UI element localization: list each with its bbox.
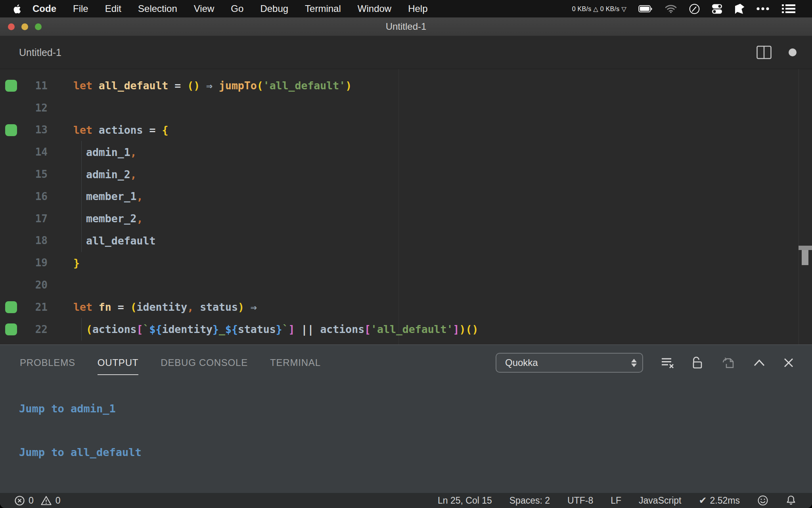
output-content[interactable]: Jump to admin_1Jump to all_default [0,380,812,493]
quokka-status[interactable]: ✔ 2.52ms [699,495,740,506]
menu-item-terminal[interactable]: Terminal [297,3,349,14]
network-speed-indicator[interactable]: 0 KB/s △ 0 KB/s ▽ [572,6,626,12]
menubar-items: CodeFileEditSelectionViewGoDebugTerminal… [24,3,436,14]
line-number: 13 [21,124,48,136]
warning-count[interactable]: 0 [56,495,61,506]
code-token: () [187,79,200,92]
badge-shape-icon[interactable] [734,4,745,14]
code-line-19[interactable]: 19} [0,252,812,274]
menu-item-view[interactable]: View [186,3,223,14]
status-utf-8[interactable]: UTF-8 [567,495,593,506]
menu-item-edit[interactable]: Edit [97,3,130,14]
code-token: , [130,168,137,181]
line-number: 17 [21,213,48,225]
code-line-22[interactable]: 22 (actions[`${identity}_${status}`] || … [0,318,812,341]
output-channel-select[interactable]: Quokka [496,353,643,373]
code-token: jumpTo [219,79,257,92]
indent-guide [81,318,82,341]
menu-item-file[interactable]: File [65,3,97,14]
code-token: [ [137,323,143,335]
panel-tab-problems[interactable]: PROBLEMS [20,357,75,368]
list-menu-icon[interactable] [782,4,795,13]
indent-guide [81,163,82,186]
error-count[interactable]: 0 [29,495,34,506]
code-line-16[interactable]: 16 member_1, [0,185,812,208]
line-number: 22 [21,323,48,335]
code-token: } [276,323,282,335]
editor-tabbar: Untitled-1 [0,36,812,69]
code-line-17[interactable]: 17 member_2, [0,208,812,230]
status-lf[interactable]: LF [611,495,621,506]
menu-item-debug[interactable]: Debug [252,3,297,14]
code-editor[interactable]: 11let all_default = () ⇒ jumpTo('all_def… [0,69,812,344]
menu-item-help[interactable]: Help [400,3,436,14]
battery-icon[interactable] [638,5,653,13]
unlock-icon[interactable] [692,356,703,369]
code-token: 'all_default' [371,323,453,335]
code-token: let [73,79,99,92]
code-token: ) [238,301,244,313]
line-number: 15 [21,168,48,180]
select-spinner-icon [631,359,637,367]
code-text: } [73,257,80,269]
panel-tab-terminal[interactable]: TERMINAL [270,357,321,368]
open-output-in-editor-icon[interactable] [722,356,735,369]
code-token: [ [364,323,371,335]
zoom-window-button[interactable] [35,23,42,30]
code-token: status [238,323,276,335]
code-token: let [73,124,99,136]
feedback-smiley-icon[interactable] [757,495,768,506]
code-token: ( [130,301,137,313]
menu-item-go[interactable]: Go [222,3,252,14]
warnings-icon[interactable] [40,495,52,506]
editor-tab-untitled-1[interactable]: Untitled-1 [19,47,61,58]
code-line-18[interactable]: 18 all_default [0,230,812,252]
code-line-21[interactable]: 21let fn = (identity, status) ⇒ [0,296,812,318]
code-token: ) [345,79,352,92]
apple-menu-icon[interactable] [13,4,22,14]
gauge-clock-icon[interactable] [689,4,700,14]
notifications-bell-icon[interactable] [786,495,796,506]
code-line-20[interactable]: 20 [0,274,812,296]
clear-output-icon[interactable] [661,357,674,369]
minimize-window-button[interactable] [21,23,28,30]
code-text: admin_1, [73,146,137,158]
wifi-icon[interactable] [665,4,677,13]
status-javascript[interactable]: JavaScript [639,495,681,506]
line-number: 12 [21,102,48,114]
net-up: 0 KB/s △ [572,6,598,12]
errors-icon[interactable] [14,495,25,506]
code-token: _ [219,323,225,335]
toggles-icon[interactable] [712,4,722,14]
code-token: , [137,212,143,225]
status-ln-25-col-15[interactable]: Ln 25, Col 15 [438,495,492,506]
panel-tab-output[interactable]: OUTPUT [98,357,138,368]
more-dots-icon[interactable] [756,7,770,10]
code-line-13[interactable]: 13let actions = { [0,119,812,141]
maximize-panel-icon[interactable] [753,359,765,367]
menu-item-code[interactable]: Code [24,3,65,14]
code-line-15[interactable]: 15 admin_2, [0,163,812,185]
vscode-window: Untitled-1 Untitled-1 11let all_default … [0,17,812,508]
close-panel-icon[interactable] [783,358,794,368]
close-window-button[interactable] [8,23,15,30]
menu-item-window[interactable]: Window [349,3,400,14]
code-token: ${ [149,323,162,335]
code-line-14[interactable]: 14 admin_1, [0,141,812,163]
code-token: actions [92,323,137,335]
panel-tab-debug-console[interactable]: DEBUG CONSOLE [161,357,248,368]
code-token: ⇒ [200,79,219,92]
code-token: admin_2 [86,168,130,181]
code-token: = [168,79,187,92]
status-spaces-2[interactable]: Spaces: 2 [509,495,550,506]
code-token: admin_1 [86,146,130,158]
window-titlebar[interactable]: Untitled-1 [0,17,812,36]
menu-item-selection[interactable]: Selection [130,3,186,14]
split-editor-icon[interactable] [756,46,772,59]
code-token: , [137,190,143,202]
line-number: 14 [21,146,48,158]
statusbar: 0 0 Ln 25, Col 15Spaces: 2UTF-8LFJavaScr… [0,493,812,508]
code-line-12[interactable]: 12 [0,97,812,119]
unsaved-changes-dot[interactable] [788,48,797,57]
code-line-11[interactable]: 11let all_default = () ⇒ jumpTo('all_def… [0,75,812,97]
